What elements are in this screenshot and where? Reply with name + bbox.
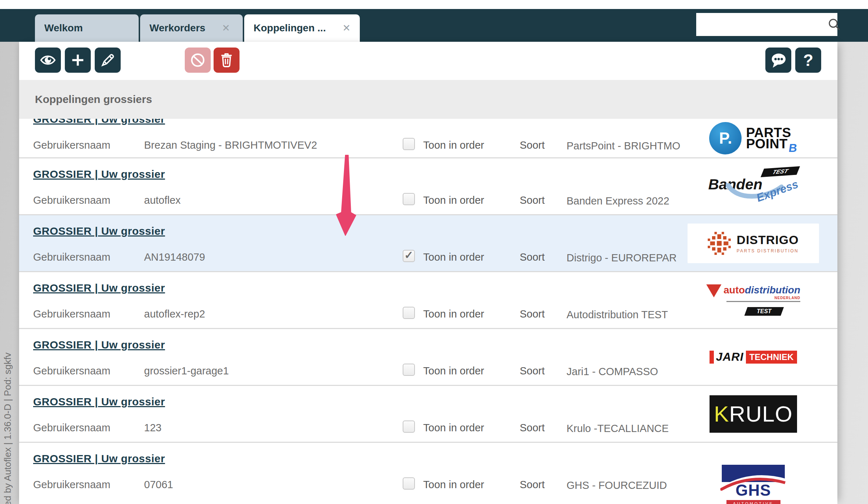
soort-value: Banden Express 2022 xyxy=(567,195,687,207)
grossier-link[interactable]: GROSSIER | Uw grossier xyxy=(33,339,165,351)
grossier-row[interactable]: GROSSIER | Uw grossier Gebruikersnaam 07… xyxy=(19,443,837,504)
username-value: grossier1-garage1 xyxy=(144,365,229,377)
distrigo-logo: DISTRIGO PARTS DISTRIBUTION xyxy=(688,224,819,263)
question-mark-icon: ? xyxy=(803,50,813,70)
ghs-tagline: AUTOMOTIVE xyxy=(726,500,780,504)
help-button[interactable]: ? xyxy=(795,48,821,73)
krulo-k: K xyxy=(714,401,729,427)
grossier-link[interactable]: GROSSIER | Uw grossier xyxy=(33,225,165,237)
partspoint-monogram: P. xyxy=(709,122,742,154)
toon-in-order-checkbox[interactable]: ✓ xyxy=(403,420,415,433)
search-icon[interactable] xyxy=(827,17,841,32)
toon-in-order-checkbox[interactable]: ✓ xyxy=(403,364,415,376)
sunburst-icon xyxy=(708,232,731,255)
username-value: 07061 xyxy=(144,479,173,491)
soort-label: Soort xyxy=(520,251,545,263)
jari-techniek-logo: JARI TECHNIEK xyxy=(710,350,797,364)
checkmark-icon: ✓ xyxy=(404,250,413,261)
grossier-link[interactable]: GROSSIER | Uw grossier xyxy=(33,396,165,408)
pencil-icon xyxy=(99,52,116,68)
krulo-logo: K RULO xyxy=(710,395,797,433)
trash-icon xyxy=(218,52,235,68)
username-value: AN19148079 xyxy=(144,251,205,263)
grossier-row[interactable]: GROSSIER | Uw grossier Gebruikersnaam au… xyxy=(19,272,837,329)
username-label: Gebruikersnaam xyxy=(33,422,110,434)
soort-label: Soort xyxy=(520,365,545,377)
distribution-word: distribution xyxy=(745,284,800,296)
soort-value: PartsPoint - BRIGHTMO xyxy=(567,140,687,152)
banden-express-logo: TEST Banden Express xyxy=(708,167,798,205)
username-value: Brezan Staging - BRIGHTMOTIVEV2 xyxy=(144,139,317,151)
username-label: Gebruikersnaam xyxy=(33,479,110,491)
username-label: Gebruikersnaam xyxy=(33,194,110,206)
view-button[interactable] xyxy=(35,48,61,73)
grossier-logo-slot: P. PARTS POINT B xyxy=(688,119,819,157)
delete-button[interactable] xyxy=(214,48,240,73)
swoosh-icon xyxy=(720,472,787,491)
tab-welkom[interactable]: Welkom xyxy=(35,14,139,42)
tab-werkorders[interactable]: Werkorders ✕ xyxy=(140,14,243,42)
toon-in-order-checkbox[interactable]: ✓ xyxy=(403,307,415,319)
tab-bar: Welkom Werkorders ✕ Koppelingen ... ✕ xyxy=(35,14,360,42)
toon-in-order-checkbox[interactable]: ✓ xyxy=(403,477,415,490)
toon-in-order-checkbox[interactable]: ✓ xyxy=(403,193,415,205)
close-icon[interactable]: ✕ xyxy=(343,22,351,34)
ban-icon xyxy=(189,52,206,68)
username-label: Gebruikersnaam xyxy=(33,365,110,377)
grossier-link[interactable]: GROSSIER | Uw grossier xyxy=(33,119,165,125)
username-label: Gebruikersnaam xyxy=(33,308,110,320)
grossier-logo-slot: DISTRIGO PARTS DISTRIBUTION xyxy=(688,215,819,271)
tab-label: Werkorders xyxy=(149,22,205,34)
app-window: Welkom Werkorders ✕ Koppelingen ... ✕ xyxy=(0,0,868,504)
soort-value: Distrigo - EUROREPAR xyxy=(567,252,687,264)
search-input[interactable] xyxy=(696,13,827,36)
ghs-banner xyxy=(722,465,785,482)
section-header: Koppelingen grossiers xyxy=(19,80,837,119)
toon-in-order-label: Toon in order xyxy=(423,308,484,320)
grossier-row[interactable]: GROSSIER | Uw grossier Gebruikersnaam 12… xyxy=(19,386,837,443)
app-header: Welkom Werkorders ✕ Koppelingen ... ✕ xyxy=(0,9,868,42)
grossier-list: GROSSIER | Uw grossier Gebruikersnaam Br… xyxy=(19,119,837,504)
toon-in-order-checkbox[interactable]: ✓ xyxy=(403,138,415,150)
techniek-word: TECHNIEK xyxy=(746,351,797,364)
auto-word: auto xyxy=(724,284,745,296)
nederland-label: NEDERLAND xyxy=(774,296,800,300)
grossier-row[interactable]: GROSSIER | Uw grossier Gebruikersnaam gr… xyxy=(19,329,837,386)
chat-button[interactable] xyxy=(765,48,791,73)
soort-value: Krulo -TECALLIANCE xyxy=(567,423,687,435)
soort-label: Soort xyxy=(520,479,545,491)
partspoint-logo: P. PARTS POINT B xyxy=(709,122,797,154)
soort-value: GHS - FOURCEZUID xyxy=(567,480,687,491)
speech-bubble-icon xyxy=(770,52,787,68)
close-icon[interactable]: ✕ xyxy=(222,22,230,34)
toon-in-order-label: Toon in order xyxy=(423,479,484,491)
tab-koppelingen[interactable]: Koppelingen ... ✕ xyxy=(244,14,360,42)
krulo-rest: RULO xyxy=(729,401,793,427)
rule-line xyxy=(726,301,800,302)
username-label: Gebruikersnaam xyxy=(33,251,110,263)
section-title: Koppelingen grossiers xyxy=(35,93,152,105)
grossier-link[interactable]: GROSSIER | Uw grossier xyxy=(33,453,165,465)
grossier-link[interactable]: GROSSIER | Uw grossier xyxy=(33,282,165,294)
add-button[interactable] xyxy=(65,48,91,73)
grossier-logo-slot: auto distribution NEDERLAND TEST xyxy=(688,272,819,328)
top-strip xyxy=(0,0,868,9)
block-button[interactable] xyxy=(185,48,211,73)
soort-label: Soort xyxy=(520,139,545,151)
toon-in-order-label: Toon in order xyxy=(423,365,484,377)
edit-button[interactable] xyxy=(95,48,121,73)
grossier-row[interactable]: GROSSIER | Uw grossier Gebruikersnaam Br… xyxy=(19,119,837,158)
triangle-icon xyxy=(706,284,721,297)
grossier-logo-slot: GHS AUTOMOTIVE xyxy=(688,443,819,504)
grossier-logo-slot: TEST Banden Express xyxy=(688,158,819,214)
eye-icon xyxy=(40,52,56,68)
tab-label: Welkom xyxy=(44,22,83,34)
grossier-row[interactable]: GROSSIER | Uw grossier Gebruikersnaam AN… xyxy=(19,215,837,272)
toon-in-order-checkbox[interactable]: ✓ xyxy=(403,250,415,262)
red-bar xyxy=(710,351,714,364)
grossier-row[interactable]: GROSSIER | Uw grossier Gebruikersnaam au… xyxy=(19,158,837,215)
test-banner: TEST xyxy=(744,307,784,316)
grossier-link[interactable]: GROSSIER | Uw grossier xyxy=(33,168,165,180)
distrigo-name: DISTRIGO xyxy=(737,233,798,247)
version-note: ed by Autoflex | 1.36.0-D | Pod: sgkfv xyxy=(2,276,13,504)
